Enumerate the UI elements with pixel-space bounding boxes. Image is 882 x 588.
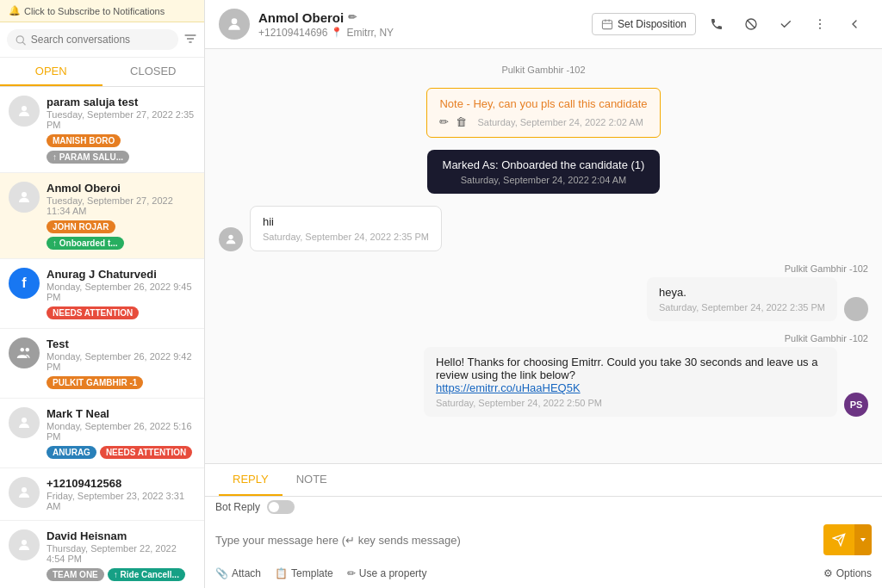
set-disposition-button[interactable]: Set Disposition [592,13,696,35]
conv-body: param saluja test Tuesday, September 27,… [47,96,196,164]
avatar [9,182,40,213]
review-link[interactable]: https://emitrr.co/uHaaHEQ5K [436,381,581,394]
property-icon: ✏ [347,567,356,579]
notification-bar[interactable]: 🔔 Click to Subscribe to Notifications [0,0,204,22]
header-actions: Set Disposition [592,10,868,38]
tag: NEEDS ATTENTION [47,306,139,319]
attach-button[interactable]: 📎 Attach [215,567,261,579]
reply-actions: 📎 Attach 📋 Template ✏ Use a property ⚙ O… [205,562,882,588]
send-dropdown-button[interactable] [854,524,872,555]
attach-label: Attach [232,567,261,579]
sidebar: 🔔 Click to Subscribe to Notifications OP… [0,0,205,588]
phone-icon[interactable] [703,10,730,38]
svg-line-1 [22,41,25,44]
block-icon[interactable] [737,10,765,38]
conv-body: Test Monday, September 26, 2022 9:42 PM … [47,337,196,389]
conv-body: David Heisnam Thursday, September 22, 20… [47,529,196,581]
template-button[interactable]: 📋 Template [275,567,333,579]
conv-body: Anurag J Chaturvedi Monday, September 26… [47,268,196,319]
svg-point-9 [22,418,27,423]
list-item[interactable]: param saluja test Tuesday, September 27,… [0,87,204,173]
edit-note-icon[interactable]: ✏ [439,115,449,128]
bell-icon: 🔔 [9,5,21,16]
messages-area: Pulkit Gambhir -102 Note - Hey, can you … [205,49,882,463]
tab-closed[interactable]: CLOSED [102,58,205,86]
svg-point-20 [228,235,233,239]
avatar [9,96,40,127]
conv-time: Thursday, September 22, 2022 4:54 PM [47,543,196,564]
tag-list: PULKIT GAMBHIR -1 [47,376,196,389]
svg-point-13 [232,18,238,24]
list-item[interactable]: Anmol Oberoi Tuesday, September 27, 2022… [0,173,204,259]
outgoing-text-2: Hello! Thanks for choosing Emitrr. Could… [436,356,825,381]
list-item[interactable]: Mark T Neal Monday, September 26, 2022 5… [0,399,204,468]
disposition-icon [601,18,613,30]
use-property-button[interactable]: ✏ Use a property [347,567,427,579]
bot-reply-label: Bot Reply [215,501,260,513]
list-item[interactable]: Test Monday, September 26, 2022 9:42 PM … [0,329,204,399]
note-container: Note - Hey, can you pls call this candid… [219,88,868,138]
gear-icon: ⚙ [823,567,833,579]
search-row [0,22,204,58]
list-item[interactable]: David Heisnam Thursday, September 22, 20… [0,521,204,588]
bot-reply-row: Bot Reply [205,497,882,517]
conv-time: Tuesday, September 27, 2022 11:34 AM [47,195,196,216]
svg-line-16 [747,20,755,28]
ps-avatar: PS [844,393,868,417]
conv-body: +12109412568 Friday, September 23, 2022 … [47,477,196,511]
delete-note-icon[interactable]: 🗑 [456,115,467,128]
back-icon[interactable] [841,10,868,38]
outgoing-sender-1: Pulkit Gambhir -102 [785,263,868,274]
svg-point-18 [819,23,821,25]
outgoing-sender-2: Pulkit Gambhir -102 [785,333,868,344]
conv-time: Monday, September 26, 2022 5:16 PM [47,421,196,442]
incoming-avatar [219,227,243,251]
tab-open[interactable]: OPEN [0,58,102,86]
filter-icon[interactable] [183,32,197,48]
search-input[interactable] [31,34,170,46]
header-name: Anmol Oberoi ✏ [258,10,583,25]
message-input[interactable] [215,534,817,547]
check-icon[interactable] [772,10,799,38]
pin-icon: 📍 [331,27,343,38]
svg-point-10 [22,487,27,492]
location: Emitrr, NY [346,27,394,39]
conv-name: Test [47,337,196,350]
avatar [9,337,40,368]
contact-name: Anmol Oberoi [258,10,344,25]
note-bubble: Note - Hey, can you pls call this candid… [426,88,660,138]
note-sender-text: Pulkit Gambhir -102 [501,65,585,75]
conv-time: Monday, September 26, 2022 9:45 PM [47,282,196,302]
conv-time: Monday, September 26, 2022 9:42 PM [47,351,196,372]
conversations-list: param saluja test Tuesday, September 27,… [0,87,204,588]
main-chat: Anmol Oberoi ✏ +12109414696 📍 Emitrr, NY… [205,0,882,588]
outgoing-text-1: heya. [659,286,825,299]
list-item[interactable]: +12109412568 Friday, September 23, 2022 … [0,468,204,521]
bot-reply-toggle[interactable] [267,500,295,514]
reply-section: REPLY NOTE Bot Reply 📎 Attach [205,463,882,588]
search-box[interactable] [7,29,178,50]
list-item[interactable]: f Anurag J Chaturvedi Monday, September … [0,259,204,329]
tag-list: NEEDS ATTENTION [47,306,196,319]
svg-rect-14 [602,21,612,29]
edit-name-icon[interactable]: ✏ [348,11,357,23]
property-label: Use a property [359,567,427,579]
send-button-group [823,524,872,555]
conv-name: Mark T Neal [47,407,196,420]
incoming-message-1: hii Saturday, September 24, 2022 2:35 PM [219,206,442,251]
send-button[interactable] [823,524,854,555]
header-sub: +12109414696 📍 Emitrr, NY [258,27,583,39]
template-icon: 📋 [275,567,288,579]
note-actions: ✏ 🗑 Saturday, September 24, 2022 2:02 AM [439,115,647,128]
tab-reply[interactable]: REPLY [219,464,283,496]
tag: MANISH BORO [47,134,121,147]
msg-time-1: Saturday, September 24, 2022 2:35 PM [263,232,429,242]
tag: JOHN ROJAR [47,220,115,233]
more-options-icon[interactable] [806,10,834,38]
outgoing-bubble-1: heya. Saturday, September 24, 2022 2:35 … [647,277,837,321]
tab-note[interactable]: NOTE [283,464,341,496]
options-button[interactable]: ⚙ Options [823,567,872,579]
conv-name: param saluja test [47,96,196,108]
phone-number: +12109414696 [258,27,327,39]
outgoing-message-2: Pulkit Gambhir -102 Hello! Thanks for ch… [219,333,868,417]
